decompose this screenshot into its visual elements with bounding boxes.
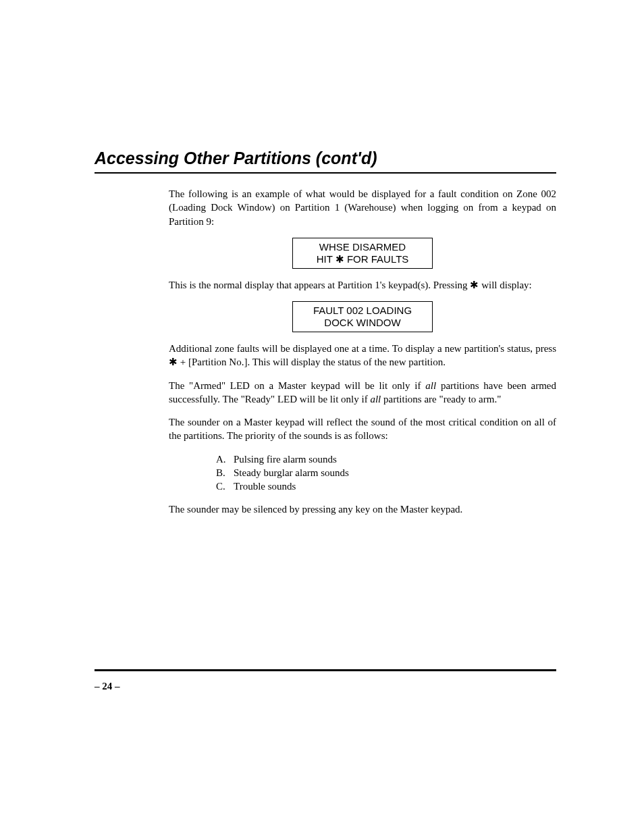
star-icon: ✱	[336, 253, 344, 265]
footer-rule	[95, 669, 556, 671]
lcd1-line1: WHSE DISARMED	[298, 241, 427, 253]
paragraph-intro: The following is an example of what woul…	[169, 187, 556, 228]
paragraph-additional-faults: Additional zone faults will be displayed…	[169, 342, 556, 369]
paragraph-armed-led: The "Armed" LED on a Master keypad will …	[169, 379, 556, 407]
paragraph-normal-display: This is the normal display that appears …	[169, 278, 556, 292]
lcd1-line2: HIT ✱ FOR FAULTS	[298, 253, 427, 265]
star-icon: ✱	[470, 279, 479, 290]
list-item: C. Trouble sounds	[216, 479, 556, 493]
lcd-display-2: FAULT 002 LOADING DOCK WINDOW	[292, 301, 433, 332]
priority-list: A. Pulsing fire alarm sounds B. Steady b…	[169, 452, 556, 494]
star-icon: ✱	[169, 356, 178, 367]
page-number: – 24 –	[95, 681, 556, 692]
paragraph-sounder: The sounder on a Master keypad will refl…	[169, 415, 556, 443]
lcd-display-1: WHSE DISARMED HIT ✱ FOR FAULTS	[292, 238, 433, 269]
lcd2-line2: DOCK WINDOW	[298, 317, 427, 329]
body-content: The following is an example of what woul…	[169, 187, 556, 517]
page-footer: – 24 –	[95, 669, 556, 692]
paragraph-silence: The sounder may be silenced by pressing …	[169, 502, 556, 516]
list-item: A. Pulsing fire alarm sounds	[216, 452, 556, 466]
list-item: B. Steady burglar alarm sounds	[216, 466, 556, 479]
page-title: Accessing Other Partitions (cont'd)	[95, 149, 556, 174]
lcd2-line1: FAULT 002 LOADING	[298, 305, 427, 317]
